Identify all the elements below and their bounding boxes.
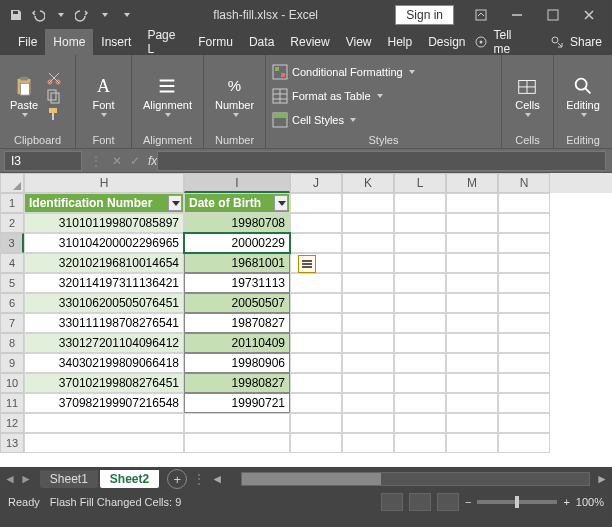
- col-header-l[interactable]: L: [394, 173, 446, 193]
- cell[interactable]: [498, 193, 550, 213]
- redo-icon[interactable]: [72, 5, 92, 25]
- tab-data[interactable]: Data: [241, 29, 282, 55]
- zoom-in-button[interactable]: +: [563, 496, 569, 508]
- cell[interactable]: [446, 373, 498, 393]
- share-button[interactable]: Share: [570, 35, 602, 49]
- cell[interactable]: 310104200002296965: [24, 233, 184, 253]
- cell[interactable]: [394, 433, 446, 453]
- enter-icon[interactable]: ✓: [130, 154, 140, 168]
- hscroll-left[interactable]: ◄: [211, 472, 223, 486]
- cell[interactable]: [498, 293, 550, 313]
- cell[interactable]: [290, 413, 342, 433]
- cell[interactable]: 370982199907216548: [24, 393, 184, 413]
- ribbon-display-options[interactable]: [464, 4, 498, 26]
- cell[interactable]: 19980827: [184, 373, 290, 393]
- cell[interactable]: [394, 313, 446, 333]
- cell[interactable]: 340302199809066418: [24, 353, 184, 373]
- cell[interactable]: [290, 313, 342, 333]
- tab-file[interactable]: File: [10, 29, 45, 55]
- cell[interactable]: [498, 333, 550, 353]
- cell[interactable]: [446, 233, 498, 253]
- cell[interactable]: [290, 293, 342, 313]
- cell[interactable]: [342, 433, 394, 453]
- editing-button[interactable]: Editing: [562, 63, 604, 129]
- cell[interactable]: [446, 393, 498, 413]
- col-header-h[interactable]: H: [24, 173, 184, 193]
- tab-review[interactable]: Review: [282, 29, 337, 55]
- cell[interactable]: [342, 373, 394, 393]
- tell-me[interactable]: Tell me: [494, 28, 524, 56]
- cell[interactable]: 19980708: [184, 213, 290, 233]
- zoom-level[interactable]: 100%: [576, 496, 604, 508]
- tab-view[interactable]: View: [338, 29, 380, 55]
- tab-design[interactable]: Design: [420, 29, 473, 55]
- cell[interactable]: 19870827: [184, 313, 290, 333]
- number-button[interactable]: % Number: [211, 63, 258, 129]
- cell[interactable]: 330127201104096412: [24, 333, 184, 353]
- cell[interactable]: [446, 313, 498, 333]
- copy-icon[interactable]: [46, 88, 62, 104]
- page-layout-view-button[interactable]: [409, 493, 431, 511]
- cell-styles-button[interactable]: Cell Styles: [272, 110, 415, 130]
- sheet-tab-1[interactable]: Sheet1: [40, 470, 98, 488]
- row-header[interactable]: 9: [0, 353, 24, 373]
- row-header[interactable]: 2: [0, 213, 24, 233]
- row-header[interactable]: 11: [0, 393, 24, 413]
- cell[interactable]: 20000229: [184, 233, 290, 253]
- cell[interactable]: [446, 333, 498, 353]
- cell[interactable]: [342, 213, 394, 233]
- sheet-nav-prev[interactable]: ◄: [4, 472, 16, 486]
- row-header[interactable]: 8: [0, 333, 24, 353]
- sheet-tab-2[interactable]: Sheet2: [100, 470, 159, 488]
- zoom-out-button[interactable]: −: [465, 496, 471, 508]
- horizontal-scrollbar[interactable]: [241, 472, 590, 486]
- cell[interactable]: [290, 193, 342, 213]
- cell[interactable]: 20050507: [184, 293, 290, 313]
- undo-dropdown[interactable]: [50, 5, 70, 25]
- cell[interactable]: [498, 373, 550, 393]
- cell[interactable]: 20110409: [184, 333, 290, 353]
- filter-dropdown[interactable]: [168, 195, 182, 211]
- tab-help[interactable]: Help: [379, 29, 420, 55]
- normal-view-button[interactable]: [381, 493, 403, 511]
- cell[interactable]: 330106200505076451: [24, 293, 184, 313]
- cell[interactable]: [498, 273, 550, 293]
- cell[interactable]: [290, 233, 342, 253]
- cell[interactable]: [342, 353, 394, 373]
- cut-icon[interactable]: [46, 70, 62, 86]
- zoom-slider[interactable]: [477, 500, 557, 504]
- font-button[interactable]: A Font: [88, 63, 118, 129]
- name-box[interactable]: [4, 151, 82, 171]
- cell[interactable]: [446, 253, 498, 273]
- cell[interactable]: 19731113: [184, 273, 290, 293]
- cell[interactable]: 19990721: [184, 393, 290, 413]
- cell[interactable]: [394, 233, 446, 253]
- cell[interactable]: [290, 213, 342, 233]
- cell[interactable]: 320102196810014654: [24, 253, 184, 273]
- cell[interactable]: [394, 413, 446, 433]
- cell[interactable]: [184, 413, 290, 433]
- cell[interactable]: Identification Number: [24, 193, 184, 213]
- col-header-m[interactable]: M: [446, 173, 498, 193]
- cell[interactable]: [446, 273, 498, 293]
- cell[interactable]: Date of Birth: [184, 193, 290, 213]
- row-header[interactable]: 5: [0, 273, 24, 293]
- formula-input[interactable]: [157, 151, 606, 171]
- cell[interactable]: [446, 433, 498, 453]
- row-header[interactable]: 3: [0, 233, 24, 253]
- col-header-k[interactable]: K: [342, 173, 394, 193]
- cell[interactable]: [394, 373, 446, 393]
- tab-page-layout[interactable]: Page L: [139, 29, 190, 55]
- filter-dropdown[interactable]: [274, 195, 288, 211]
- cell[interactable]: [394, 213, 446, 233]
- cell[interactable]: [394, 393, 446, 413]
- flash-fill-smarttag[interactable]: [298, 255, 316, 273]
- row-header[interactable]: 4: [0, 253, 24, 273]
- cell[interactable]: 310101199807085897: [24, 213, 184, 233]
- cell[interactable]: [498, 433, 550, 453]
- cell[interactable]: [498, 413, 550, 433]
- cell[interactable]: [394, 273, 446, 293]
- paste-button[interactable]: Paste: [6, 63, 42, 129]
- cell[interactable]: [446, 413, 498, 433]
- cell[interactable]: [290, 373, 342, 393]
